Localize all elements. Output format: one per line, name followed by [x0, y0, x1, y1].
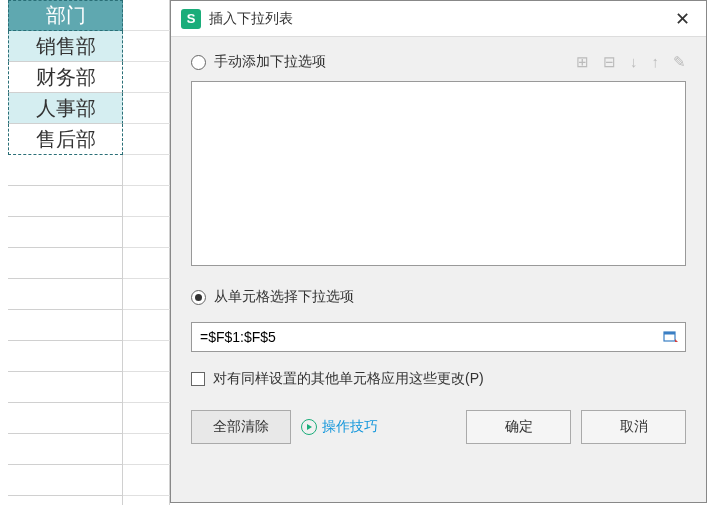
app-icon: S — [181, 9, 201, 29]
range-picker-icon — [663, 329, 679, 345]
move-up-icon: ↑ — [652, 53, 660, 71]
close-button[interactable]: ✕ — [666, 5, 698, 33]
add-item-icon: ⊞ — [576, 53, 589, 71]
clear-all-button[interactable]: 全部清除 — [191, 410, 291, 444]
titlebar: S 插入下拉列表 ✕ — [171, 1, 706, 37]
tips-label: 操作技巧 — [322, 418, 378, 436]
tips-link[interactable]: 操作技巧 — [301, 418, 456, 436]
apply-to-others-label: 对有同样设置的其他单元格应用这些更改(P) — [213, 370, 484, 388]
play-icon — [301, 419, 317, 435]
spreadsheet-area: 部门 销售部 财务部 人事部 售后部 — [0, 0, 170, 505]
ok-button[interactable]: 确定 — [466, 410, 571, 444]
manual-items-listbox[interactable] — [191, 81, 686, 266]
cell-row[interactable]: 财务部 — [8, 62, 123, 93]
insert-dropdown-dialog: S 插入下拉列表 ✕ 手动添加下拉选项 ⊞ ⊟ ↓ ↑ ✎ 从单元格选择下拉选项 — [170, 0, 707, 503]
cell-header[interactable]: 部门 — [8, 0, 123, 31]
apply-to-others-checkbox[interactable]: 对有同样设置的其他单元格应用这些更改(P) — [191, 370, 686, 388]
radio-icon — [191, 55, 206, 70]
radio-manual-label: 手动添加下拉选项 — [214, 53, 326, 71]
empty-grid — [8, 155, 123, 505]
cell-row[interactable]: 人事部 — [8, 93, 123, 124]
cell-row[interactable]: 销售部 — [8, 31, 123, 62]
range-picker-button[interactable] — [660, 326, 682, 348]
edit-item-icon: ✎ — [673, 53, 686, 71]
cell-row[interactable]: 售后部 — [8, 124, 123, 155]
checkbox-icon — [191, 372, 205, 386]
move-down-icon: ↓ — [630, 53, 638, 71]
delete-item-icon: ⊟ — [603, 53, 616, 71]
manual-toolbar: ⊞ ⊟ ↓ ↑ ✎ — [576, 53, 686, 71]
dialog-title: 插入下拉列表 — [209, 10, 658, 28]
radio-from-range[interactable]: 从单元格选择下拉选项 — [191, 288, 354, 306]
radio-icon — [191, 290, 206, 305]
cancel-button[interactable]: 取消 — [581, 410, 686, 444]
range-input[interactable] — [191, 322, 686, 352]
radio-manual-add[interactable]: 手动添加下拉选项 — [191, 53, 326, 71]
adjacent-column — [123, 0, 170, 505]
radio-range-label: 从单元格选择下拉选项 — [214, 288, 354, 306]
svg-rect-1 — [664, 332, 675, 335]
